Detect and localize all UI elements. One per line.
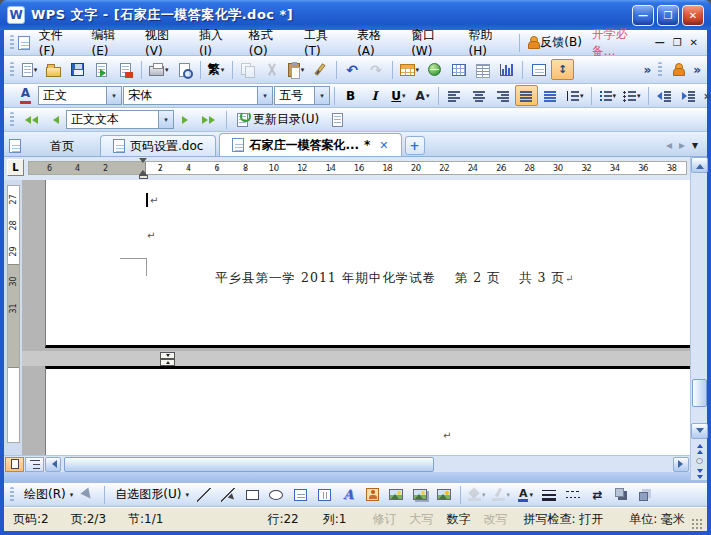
toolbar-grip[interactable]	[10, 35, 14, 51]
next-page-button[interactable]	[691, 467, 708, 481]
insert-picture-button[interactable]	[385, 484, 408, 505]
toolbar-overflow-button[interactable]: »	[701, 89, 711, 103]
threed-style-button[interactable]	[634, 484, 657, 505]
nav-first-button[interactable]	[18, 109, 41, 130]
new-document-button[interactable]: ▾	[18, 59, 41, 80]
decrease-indent-button[interactable]	[653, 85, 676, 106]
horizontal-scroll-thumb[interactable]	[64, 457, 434, 472]
restore-button[interactable]: ❐	[657, 5, 679, 26]
distribute-button[interactable]	[539, 85, 562, 106]
arrow-style-button[interactable]: ⇄	[586, 484, 609, 505]
tab-scroll-right-button[interactable]: ▸	[679, 138, 685, 152]
scroll-right-button[interactable]	[673, 457, 689, 472]
tab-shijiazhuang-doc[interactable]: 石家庄一模答案化... * ✕	[219, 133, 401, 156]
font-size-combobox[interactable]: 五号 ▾	[274, 86, 330, 105]
arrow-tool-button[interactable]	[217, 484, 240, 505]
font-color-button[interactable]: A▾	[514, 484, 537, 505]
nav-style-combobox[interactable]: 正文文本 ▾	[66, 110, 174, 129]
export-doc-button[interactable]	[90, 59, 113, 80]
line-spacing-button[interactable]: ▾	[563, 85, 587, 106]
italic-button[interactable]: I	[363, 85, 386, 106]
autoshapes-button[interactable]: 自选图形(U)▾	[109, 484, 192, 505]
insert-table-button[interactable]: ▾	[397, 59, 423, 80]
copy-button[interactable]	[237, 59, 260, 80]
justify-button[interactable]	[515, 85, 538, 106]
whitespace-arrow-down-icon[interactable]	[160, 352, 175, 359]
assistant-button[interactable]	[666, 59, 689, 80]
feedback-button[interactable]: 反馈(B)	[524, 32, 585, 53]
style-combobox[interactable]: 正文 ▾	[38, 86, 122, 105]
increase-indent-button[interactable]	[677, 85, 700, 106]
nav-prev-button[interactable]	[42, 109, 65, 130]
line-style-button[interactable]	[538, 484, 561, 505]
previous-page-button[interactable]	[691, 441, 708, 455]
vertical-scroll-thumb[interactable]	[692, 379, 707, 407]
page-view-button[interactable]	[5, 457, 24, 472]
columns-button[interactable]	[471, 59, 494, 80]
scroll-down-button[interactable]	[691, 423, 708, 439]
num-lock-indicator[interactable]: 数字	[446, 511, 470, 528]
clipart-button[interactable]	[361, 484, 384, 505]
spellcheck-status[interactable]: 拼写检查: 打开	[523, 511, 603, 528]
whitespace-arrow-up-icon[interactable]	[160, 359, 175, 366]
wordart-button[interactable]: A	[337, 484, 360, 505]
horizontal-scroll-track[interactable]	[62, 457, 672, 472]
overtype-toggle[interactable]: 改写	[483, 511, 507, 528]
chart-button[interactable]	[495, 59, 518, 80]
insert-pictures-button[interactable]	[409, 484, 432, 505]
toolbar-overflow-button[interactable]: »	[690, 63, 704, 77]
toolbar-grip[interactable]	[10, 487, 14, 503]
print-button[interactable]: ▾	[146, 59, 172, 80]
left-indent-marker[interactable]	[139, 175, 148, 179]
select-objects-button[interactable]	[77, 484, 100, 505]
toc-page-button[interactable]	[326, 109, 349, 130]
font-effect-button[interactable]: A▾	[411, 85, 434, 106]
save-button[interactable]	[66, 59, 89, 80]
toolbar-grip[interactable]	[658, 62, 662, 78]
textbox-vertical-button[interactable]	[313, 484, 336, 505]
shadow-style-button[interactable]	[610, 484, 633, 505]
indent-markers[interactable]	[139, 158, 148, 179]
toolbar-grip[interactable]	[10, 112, 14, 128]
paste-button[interactable]: ▾	[285, 59, 308, 80]
track-changes-toggle[interactable]: 修订	[372, 511, 396, 528]
formatting-marks-toggle[interactable]: ↕	[551, 59, 574, 80]
fill-color-button[interactable]: ▾	[465, 484, 489, 505]
new-tab-button[interactable]: +	[405, 136, 425, 155]
draw-menu-button[interactable]: 绘图(R)▾	[18, 484, 76, 505]
update-toc-button[interactable]: 更新目录(U)	[231, 109, 325, 130]
resize-grip-icon[interactable]	[691, 518, 704, 531]
document-viewport[interactable]: ↵ ↵ 平乡县第一学 2011 年期中化学试卷 第 2 页 共 3 页↵ ↵	[22, 180, 690, 455]
hide-whitespace-toggle[interactable]	[160, 352, 175, 366]
promo-link[interactable]: 开学必备...	[586, 26, 654, 60]
nav-next-button[interactable]	[175, 109, 198, 130]
underline-button[interactable]: U▾	[387, 85, 410, 106]
font-dialog-button[interactable]: A	[14, 85, 37, 106]
print-preview-button[interactable]	[173, 59, 196, 80]
dash-style-button[interactable]	[562, 484, 585, 505]
close-button[interactable]: ✕	[682, 5, 704, 26]
text-frame-button[interactable]	[527, 59, 550, 80]
format-painter-button[interactable]	[309, 59, 332, 80]
traditional-simplified-button[interactable]: 繁▾	[205, 59, 228, 80]
caps-lock-indicator[interactable]: 大写	[409, 511, 433, 528]
select-browse-object-button[interactable]: ○	[691, 454, 708, 468]
doc-restore-button[interactable]: ❐	[673, 37, 682, 48]
font-combobox[interactable]: 宋体 ▾	[123, 86, 273, 105]
minimize-button[interactable]: —	[632, 5, 654, 26]
line-tool-button[interactable]	[193, 484, 216, 505]
open-button[interactable]	[42, 59, 65, 80]
page-3[interactable]	[45, 366, 690, 455]
cut-button[interactable]	[261, 59, 284, 80]
textbox-horizontal-button[interactable]	[289, 484, 312, 505]
align-left-button[interactable]	[443, 85, 466, 106]
oval-tool-button[interactable]	[265, 484, 288, 505]
tab-scroll-left-button[interactable]: ◂	[666, 138, 672, 152]
align-center-button[interactable]	[467, 85, 490, 106]
line-color-button[interactable]: ▾	[489, 484, 513, 505]
tab-home[interactable]: 首页	[27, 135, 97, 156]
export-pdf-button[interactable]	[114, 59, 137, 80]
tab-stop-selector[interactable]: L	[7, 159, 24, 176]
doc-minimize-button[interactable]: —	[655, 37, 665, 48]
toolbar-grip[interactable]	[10, 62, 14, 78]
